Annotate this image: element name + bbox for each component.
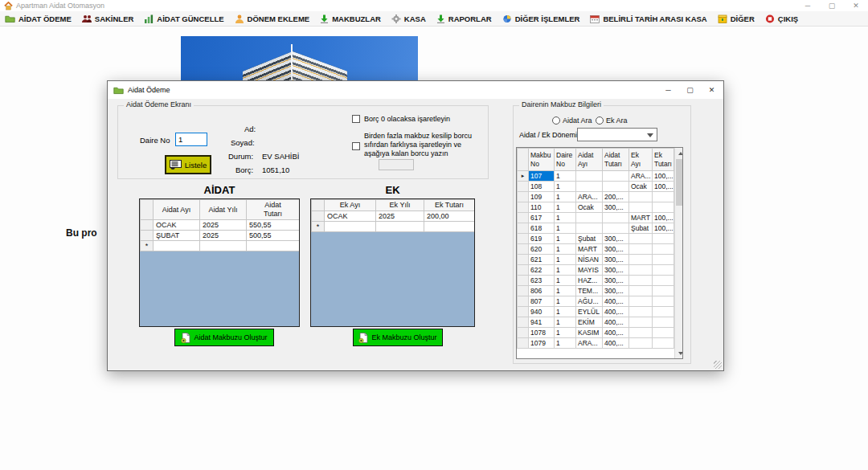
grid-cell[interactable]: 1 (555, 276, 576, 286)
table-row[interactable]: 8071AĞU...400,... (518, 296, 674, 307)
grid-cell[interactable]: 400,... (603, 328, 629, 338)
grid-cell[interactable]: Şubat (576, 234, 603, 244)
table-row[interactable]: 6191Şubat300,... (518, 234, 674, 244)
menu-item-makbuzlar[interactable]: MAKBUZLAR (320, 14, 381, 23)
grid-cell[interactable]: EKİM (576, 317, 603, 328)
grid-cell[interactable]: ŞUBAT (154, 231, 200, 241)
grid-cell[interactable] (603, 223, 629, 234)
grid-cell[interactable]: ARA... (576, 192, 603, 202)
grid-cell[interactable]: 1 (555, 213, 576, 223)
grid-cell[interactable]: 110 (529, 202, 555, 213)
grid-cell[interactable] (653, 296, 674, 307)
grid-cell[interactable] (200, 241, 247, 251)
grid-cell[interactable]: 300,... (603, 276, 629, 286)
col-aidat-ayi[interactable]: Aidat Ayı (576, 149, 603, 171)
grid-cell[interactable] (653, 276, 674, 286)
grid-cell[interactable]: 500,55 (247, 231, 300, 241)
ek-col-tutari[interactable]: Ek Tutarı (424, 200, 475, 211)
row-selector[interactable] (518, 182, 529, 192)
grid-cell[interactable] (424, 222, 475, 232)
grid-cell[interactable]: 1 (555, 192, 576, 202)
grid-cell[interactable]: 1 (555, 244, 576, 255)
row-selector[interactable] (518, 223, 529, 234)
grid-cell[interactable]: 200,00 (424, 211, 475, 222)
grid-cell[interactable] (629, 202, 653, 213)
grid-cell[interactable]: 807 (529, 296, 555, 307)
grid-cell[interactable]: ARA... (629, 171, 653, 182)
grid-cell[interactable]: 1 (555, 265, 576, 276)
table-row[interactable]: ▸1071ARA...100,... (518, 171, 674, 182)
main-maximize-button[interactable]: ▢ (820, 0, 844, 11)
grid-cell[interactable]: 100,... (653, 213, 674, 223)
grid-cell[interactable] (247, 241, 300, 251)
dialog-titlebar[interactable]: Aidat Ödeme ─ ▢ ✕ (108, 81, 723, 99)
grid-cell[interactable]: 1 (555, 255, 576, 265)
grid-cell[interactable]: 108 (529, 182, 555, 192)
grid-cell[interactable] (653, 328, 674, 338)
row-selector[interactable] (518, 286, 529, 296)
table-row[interactable]: 10781KASIM400,... (518, 328, 674, 338)
grid-cell[interactable] (629, 255, 653, 265)
menu-item-belirli-tarih-arasi-kasa[interactable]: BELİRLİ TARİH ARASI KASA (590, 14, 706, 23)
scrollbar-thumb[interactable] (676, 159, 683, 206)
aidat-makbuz-olustur-button[interactable]: Aidat Makbuzu Oluştur (174, 329, 274, 346)
dialog-minimize-button[interactable]: ─ (657, 81, 679, 98)
table-row[interactable]: 8061TEM...300,... (518, 286, 674, 296)
grid-cell[interactable]: MAYIS (576, 265, 603, 276)
aidat-col-yili[interactable]: Aidat Yılı (200, 200, 247, 220)
grid-cell[interactable]: 2025 (376, 211, 424, 222)
grid-cell[interactable]: 1 (555, 182, 576, 192)
row-selector[interactable] (518, 234, 529, 244)
grid-cell[interactable]: TEM... (576, 286, 603, 296)
grid-cell[interactable]: 200,... (603, 192, 629, 202)
grid-cell[interactable] (603, 171, 629, 182)
col-ek-tutari[interactable]: Ek Tutarı (653, 149, 674, 171)
table-row[interactable]: 9401EYLÜL400,... (518, 307, 674, 317)
grid-cell[interactable]: Ocak (629, 182, 653, 192)
grid-cell[interactable]: OCAK (325, 211, 376, 222)
grid-cell[interactable]: 1 (555, 286, 576, 296)
menu-item-diger[interactable]: DİĞER (718, 14, 755, 23)
row-selector[interactable] (141, 220, 154, 231)
grid-cell[interactable]: Ocak (576, 202, 603, 213)
row-selector[interactable] (518, 192, 529, 202)
grid-cell[interactable]: 941 (529, 317, 555, 328)
grid-cell[interactable]: 619 (529, 234, 555, 244)
row-selector[interactable] (312, 211, 325, 222)
row-selector[interactable] (518, 296, 529, 307)
main-minimize-button[interactable]: ─ (796, 0, 820, 11)
col-aidat-tutari[interactable]: Aidat Tutarı (603, 149, 629, 171)
grid-cell[interactable] (603, 182, 629, 192)
menu-item-raporlar[interactable]: RAPORLAR (436, 14, 492, 23)
vertical-scrollbar[interactable] (674, 148, 682, 358)
grid-cell[interactable]: 300,... (603, 255, 629, 265)
table-row[interactable]: 6231HAZ...300,... (518, 276, 674, 286)
table-row[interactable]: ŞUBAT2025500,55 (141, 231, 300, 241)
grid-cell[interactable] (653, 255, 674, 265)
grid-cell[interactable] (653, 265, 674, 276)
grid-cell[interactable] (576, 213, 603, 223)
table-row[interactable]: 1101Ocak300,... (518, 202, 674, 213)
grid-cell[interactable] (629, 296, 653, 307)
kalan-borc-checkbox[interactable] (352, 142, 360, 150)
row-selector[interactable]: ▸ (518, 171, 529, 182)
row-selector[interactable] (518, 317, 529, 328)
col-makbuz-no[interactable]: Makbu No (529, 149, 555, 171)
grid-cell[interactable]: OCAK (154, 220, 200, 231)
grid-cell[interactable] (576, 171, 603, 182)
row-selector[interactable] (518, 244, 529, 255)
grid-cell[interactable]: 300,... (603, 286, 629, 296)
grid-cell[interactable]: 400,... (603, 338, 629, 349)
grid-cell[interactable] (325, 222, 376, 232)
menu-item-sakinler[interactable]: SAKİNLER (82, 14, 134, 23)
grid-cell[interactable] (653, 244, 674, 255)
grid-cell[interactable]: 1 (555, 234, 576, 244)
scroll-down-button[interactable] (675, 348, 683, 358)
dialog-close-button[interactable]: ✕ (701, 81, 723, 98)
aidat-col-ayi[interactable]: Aidat Ayı (154, 200, 200, 220)
dialog-maximize-button[interactable]: ▢ (679, 81, 701, 98)
menu-item-donem-ekleme[interactable]: DÖNEM EKLEME (235, 14, 310, 23)
grid-cell[interactable] (653, 202, 674, 213)
grid-cell[interactable] (576, 182, 603, 192)
table-row[interactable]: 1081Ocak100,... (518, 182, 674, 192)
